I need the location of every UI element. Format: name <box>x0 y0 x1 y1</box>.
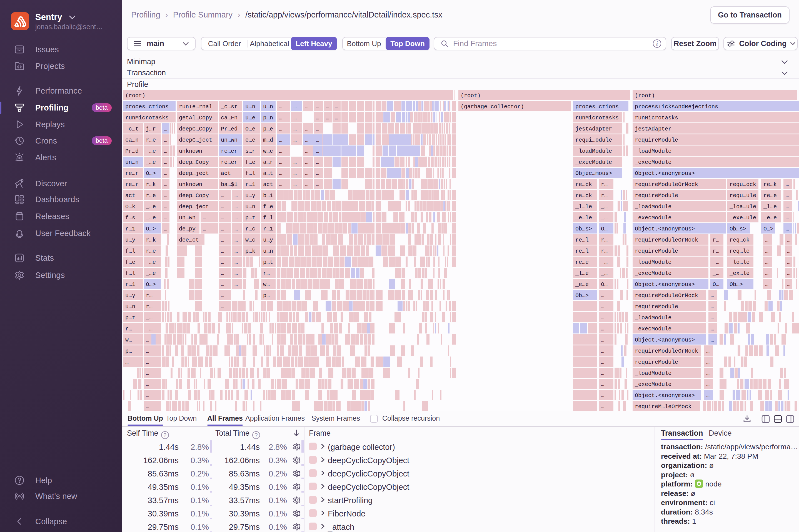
svg-text:Ob…>: Ob…> <box>729 281 743 288</box>
svg-text:r…e: r…e <box>146 137 156 143</box>
svg-text:…: … <box>164 126 167 132</box>
svg-text:_loa…ule: _loa…ule <box>729 204 756 210</box>
svg-text:_l…le: _l…le <box>575 204 592 210</box>
svg-text:…: … <box>765 270 768 277</box>
svg-text:un…wn: un…wn <box>179 215 196 221</box>
svg-text:O…>: O…> <box>146 226 156 232</box>
svg-text:re…l: re…l <box>575 237 589 243</box>
svg-text:…: … <box>279 170 282 176</box>
svg-text:r…: r… <box>146 303 152 310</box>
svg-text:…: … <box>221 248 224 254</box>
svg-text:…: … <box>316 115 319 121</box>
svg-text:_…: _… <box>146 326 152 332</box>
svg-text:…: … <box>146 403 149 410</box>
svg-text:jestAdapter: jestAdapter <box>635 126 671 132</box>
svg-text:u…n: u…n <box>125 303 135 310</box>
svg-text:O…: O… <box>712 281 719 288</box>
svg-text:…: … <box>706 392 709 399</box>
svg-text:…: … <box>316 181 319 188</box>
svg-text:…: … <box>293 137 297 143</box>
svg-text:act: act <box>125 192 135 199</box>
svg-text:…: … <box>787 237 791 243</box>
svg-text:re…ck: re…ck <box>575 181 592 188</box>
svg-text:…: … <box>279 103 282 110</box>
svg-text:requireModule: requireModule <box>635 359 678 365</box>
svg-text:…: … <box>221 237 224 243</box>
svg-text:O…e: O…e <box>245 126 255 132</box>
svg-text:u…n: u…n <box>245 103 255 110</box>
svg-text:runMicrotasks: runMicrotasks <box>635 115 678 121</box>
svg-text:…: … <box>601 337 604 343</box>
svg-text:_execModule: _execModule <box>634 381 671 387</box>
svg-text:runMicrotasks: runMicrotasks <box>125 115 169 121</box>
svg-text:r…: r… <box>146 292 152 299</box>
svg-text:act: act <box>221 170 231 176</box>
svg-text:unknown: unknown <box>179 181 202 188</box>
svg-text:ba…$1: ba…$1 <box>221 181 238 188</box>
svg-text:…: … <box>601 392 604 399</box>
svg-text:r…: r… <box>125 326 132 332</box>
svg-text:…: … <box>146 392 149 399</box>
svg-text:…: … <box>293 170 297 176</box>
svg-text:r…1: r…1 <box>125 226 135 232</box>
svg-text:Object.<anonymous>: Object.<anonymous> <box>635 170 695 176</box>
svg-text:_loadModule: _loadModule <box>634 370 671 377</box>
svg-text:…: … <box>125 359 129 365</box>
svg-text:m…d: m…d <box>263 137 273 143</box>
svg-text:O…: O… <box>601 226 608 232</box>
svg-text:u…y: u…y <box>245 192 255 199</box>
svg-text:w…c: w…c <box>245 237 255 243</box>
svg-text:r…: r… <box>712 248 719 254</box>
svg-text:…: … <box>601 303 604 310</box>
svg-text:…: … <box>601 370 604 377</box>
svg-text:deep…ject: deep…ject <box>179 204 209 210</box>
svg-text:_…: _… <box>601 259 608 265</box>
svg-text:…: … <box>279 137 282 143</box>
svg-text:u…e: u…e <box>245 115 255 121</box>
svg-text:w…: w… <box>125 337 132 343</box>
svg-text:…: … <box>787 281 791 288</box>
svg-text:_…e: _…e <box>146 204 156 210</box>
svg-text:Ob…s>: Ob…s> <box>575 226 592 232</box>
svg-text:requireModule: requireModule <box>635 192 678 199</box>
svg-text:r…e: r…e <box>146 192 156 199</box>
svg-text:…: … <box>601 381 604 387</box>
svg-text:ca…n: ca…n <box>125 137 138 143</box>
svg-text:_loadModule: _loadModule <box>575 148 612 154</box>
svg-text:_…: _… <box>712 270 719 277</box>
svg-text:…: … <box>787 259 791 265</box>
svg-text:requireModule: requireModule <box>635 137 678 143</box>
svg-text:…: … <box>786 215 789 221</box>
svg-text:…: … <box>316 148 319 154</box>
svg-text:re…k: re…k <box>763 181 777 188</box>
svg-text:…: … <box>164 215 167 221</box>
svg-text:p…k: p…k <box>245 248 255 254</box>
svg-text:_ex…le: _ex…le <box>729 270 749 277</box>
svg-text:(root): (root) <box>635 93 655 99</box>
svg-text:…: … <box>706 370 709 377</box>
svg-text:p…e: p…e <box>263 126 273 132</box>
svg-text:O…k: O…k <box>125 204 135 210</box>
svg-text:…: … <box>601 359 604 365</box>
svg-text:…: … <box>305 170 309 176</box>
svg-text:…: … <box>221 270 224 277</box>
svg-text:r…: r… <box>263 270 270 277</box>
svg-text:un…wn: un…wn <box>221 137 238 143</box>
svg-text:_…: _… <box>712 259 719 265</box>
svg-text:_…e: _…e <box>146 215 156 221</box>
svg-text:…: … <box>221 292 224 299</box>
svg-text:f…e: f…e <box>245 159 255 166</box>
svg-text:…: … <box>164 226 167 232</box>
svg-text:…: … <box>601 348 604 354</box>
svg-text:Objec…mous>: Objec…mous> <box>575 170 612 176</box>
svg-text:de…py: de…py <box>179 226 196 232</box>
svg-text:re…ck: re…ck <box>575 192 592 199</box>
svg-text:(root): (root) <box>125 93 145 99</box>
svg-text:_execModule: _execModule <box>575 159 612 166</box>
svg-text:…: … <box>786 181 789 188</box>
svg-text:…: … <box>786 226 789 232</box>
svg-text:…: … <box>164 159 167 166</box>
svg-text:req…ck: req…ck <box>729 237 749 243</box>
svg-text:runTe…rnal: runTe…rnal <box>179 103 212 110</box>
svg-text:…: … <box>293 126 297 132</box>
